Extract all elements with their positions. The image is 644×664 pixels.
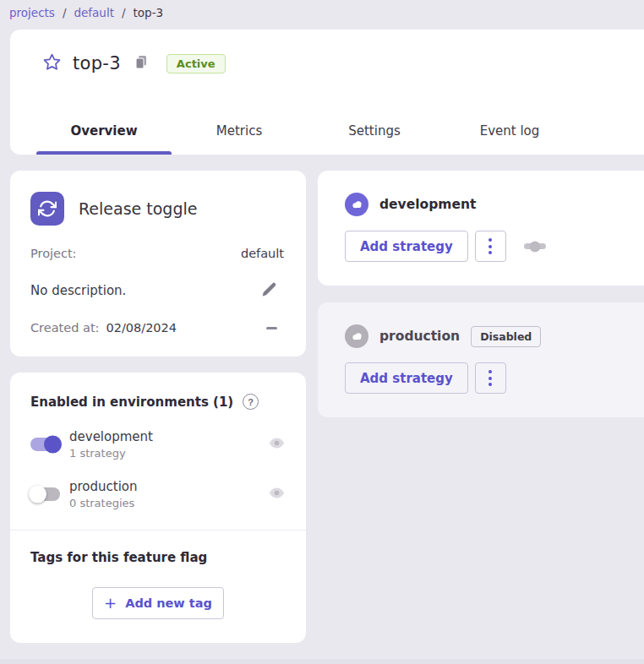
panel-header: development [345, 193, 644, 216]
feature-header-card: top-3 Active Overview Metrics Settings E… [10, 30, 644, 155]
breadcrumb-link-projects[interactable]: projects [9, 6, 55, 19]
kebab-dot [488, 377, 492, 380]
feature-type-row: Release toggle [30, 192, 284, 226]
project-label: Project: [30, 247, 77, 260]
cloud-icon [345, 193, 368, 216]
status-badge: Active [166, 54, 226, 73]
more-options-button[interactable] [475, 231, 506, 262]
copy-icon [134, 54, 149, 73]
view-environment-button[interactable] [268, 484, 286, 504]
production-environment-panel: production Disabled Add strategy [318, 302, 644, 417]
kebab-dot [488, 370, 492, 373]
kebab-dot [488, 245, 492, 248]
collapse-details-button[interactable] [266, 327, 277, 329]
environment-panel-name: production [379, 329, 460, 344]
eye-icon [268, 434, 286, 454]
copy-feature-button[interactable] [134, 54, 149, 73]
page-title: top-3 [73, 53, 121, 73]
project-value: default [241, 247, 284, 260]
environment-name: development [69, 429, 153, 444]
kebab-dot [488, 251, 492, 254]
bottom-divider [0, 659, 644, 664]
development-toggle[interactable] [30, 438, 60, 451]
environment-panel-name: development [379, 197, 476, 212]
release-toggle-icon [30, 192, 64, 226]
edit-description-button[interactable] [261, 281, 277, 300]
environment-row-development: development 1 strategy [30, 429, 286, 460]
add-new-tag-label: Add new tag [125, 596, 212, 610]
created-row: Created at: 02/08/2024 [30, 321, 284, 335]
help-icon[interactable]: ? [243, 394, 259, 410]
right-column: development Add strategy [318, 171, 644, 417]
panel-actions: Add strategy [345, 362, 644, 394]
kebab-dot [488, 383, 492, 386]
feature-type-label: Release toggle [79, 199, 197, 218]
environments-title-row: Enabled in environments (1) ? [30, 394, 286, 410]
eye-icon [268, 484, 286, 504]
breadcrumb-separator: / [122, 6, 126, 19]
cloud-icon [345, 324, 368, 348]
breadcrumb-separator: / [63, 6, 67, 19]
view-environment-button[interactable] [268, 434, 286, 454]
environment-texts: production 0 strategies [69, 479, 138, 509]
panel-header: production Disabled [345, 324, 644, 348]
add-strategy-button[interactable]: Add strategy [345, 362, 468, 394]
disabled-badge: Disabled [471, 326, 541, 347]
description-row: No description. [30, 281, 284, 300]
created-label: Created at: [30, 321, 99, 335]
feature-tabs: Overview Metrics Settings Event log [36, 107, 577, 155]
project-row: Project: default [30, 247, 284, 260]
edit-icon [261, 281, 277, 300]
kebab-dot [488, 238, 492, 242]
toggle-knob [29, 486, 46, 503]
production-toggle[interactable] [30, 487, 60, 501]
breadcrumb-current: top-3 [134, 6, 164, 19]
created-value: 02/08/2024 [106, 321, 177, 335]
more-options-button[interactable] [475, 362, 506, 394]
environments-title: Enabled in environments (1) [30, 395, 233, 410]
tab-metrics[interactable]: Metrics [172, 107, 307, 155]
add-strategy-button[interactable]: Add strategy [345, 231, 468, 262]
breadcrumb: projects / default / top-3 [0, 0, 644, 20]
main-content: Release toggle Project: default No descr… [10, 171, 644, 643]
plus-icon: + [104, 596, 117, 611]
environments-card: Enabled in environments (1) ? developmen… [10, 373, 306, 643]
environments-section: Enabled in environments (1) ? developmen… [10, 373, 306, 530]
environment-strategy-count: 1 strategy [69, 447, 153, 460]
tab-settings[interactable]: Settings [307, 107, 442, 155]
breadcrumb-link-default[interactable]: default [74, 6, 114, 19]
tab-overview[interactable]: Overview [36, 107, 172, 155]
panel-actions: Add strategy [345, 231, 644, 262]
left-column: Release toggle Project: default No descr… [10, 171, 306, 643]
environment-strategy-count: 0 strategies [69, 497, 138, 509]
feature-details-card: Release toggle Project: default No descr… [10, 171, 306, 356]
environment-row-production: production 0 strategies [30, 479, 286, 509]
mini-toggle-icon[interactable] [524, 243, 546, 249]
development-environment-panel: development Add strategy [318, 171, 644, 286]
description-text: No description. [30, 283, 126, 298]
toggle-knob [44, 436, 62, 454]
tab-event-log[interactable]: Event log [442, 107, 577, 155]
environment-texts: development 1 strategy [69, 429, 153, 460]
favorite-button[interactable] [42, 52, 62, 74]
star-icon [42, 52, 62, 74]
tags-section: Tags for this feature flag + Add new tag [10, 530, 306, 643]
tags-title: Tags for this feature flag [30, 550, 286, 565]
add-new-tag-button[interactable]: + Add new tag [92, 587, 224, 619]
feature-title-row: top-3 Active [10, 30, 644, 74]
collapse-icon [266, 327, 277, 329]
environment-name: production [69, 479, 138, 494]
